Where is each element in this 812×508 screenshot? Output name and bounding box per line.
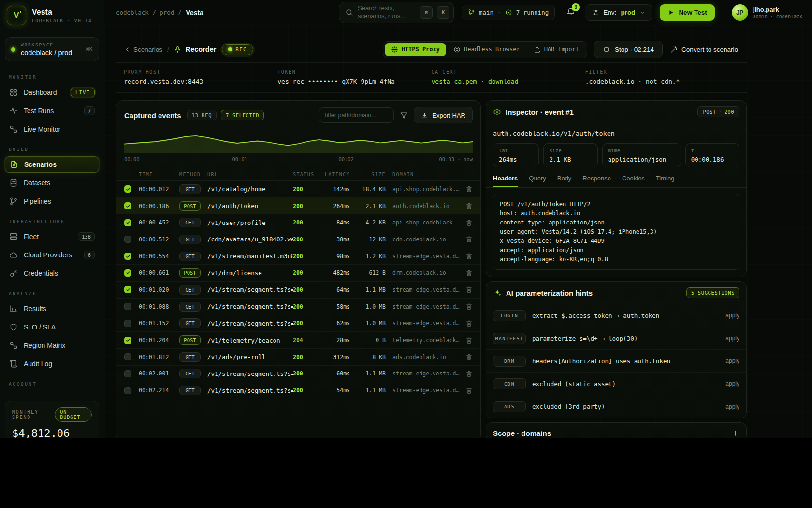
row-checkbox[interactable] [124, 286, 131, 293]
tab-body[interactable]: Body [557, 175, 572, 187]
sidebar-item-cloud-providers[interactable]: Cloud Providers6 [5, 247, 99, 263]
sidebar-item-results[interactable]: Results [5, 300, 99, 317]
event-row[interactable]: 00:02.214GET/v1/stream/segment.ts?s=4200… [116, 382, 480, 399]
vesta-logo[interactable]: V [7, 6, 26, 25]
delete-row-button[interactable] [461, 387, 473, 394]
event-size: 1.0 MB [350, 320, 386, 327]
back-to-scenarios-link[interactable]: Scenarios [124, 46, 162, 53]
delete-row-button[interactable] [461, 337, 473, 344]
delete-row-button[interactable] [461, 353, 473, 360]
sidebar-item-credentials[interactable]: Credentials [5, 265, 99, 282]
breadcrumb-path[interactable]: codeblack / prod / [116, 9, 181, 16]
row-checkbox[interactable] [124, 202, 131, 209]
tab-query[interactable]: Query [529, 175, 546, 187]
nodes-icon [9, 125, 18, 134]
row-checkbox[interactable] [124, 370, 131, 377]
delete-row-button[interactable] [461, 219, 473, 226]
row-checkbox[interactable] [124, 185, 131, 193]
row-checkbox[interactable] [124, 353, 131, 360]
globe-icon [391, 46, 398, 53]
event-row[interactable]: 00:01.020GET/v1/stream/segment.ts?s=0200… [116, 282, 480, 299]
hint-description: excluded (3rd party) [532, 403, 719, 410]
env-label: Env: [603, 9, 616, 16]
proxy-meta-value[interactable]: vesta-ca.pem · download [432, 78, 585, 85]
event-row[interactable]: 00:00.012GET/v1/catalog/home200142ms18.4… [116, 181, 480, 198]
workspace-name: codeblack / prod [21, 49, 72, 57]
workspace-switcher[interactable]: WORKSPACE codeblack / prod ⌘K [5, 37, 99, 61]
filter-input[interactable]: filter path/domain... [319, 107, 394, 123]
sidebar-section-title: ACCOUNT [9, 381, 95, 387]
notifications-button[interactable]: 3 [566, 7, 575, 18]
event-row[interactable]: 00:01.204POST/v1/telemetry/beacon20428ms… [116, 332, 480, 349]
convert-to-scenario-button[interactable]: Convert to scenario [669, 46, 739, 53]
tab-timing[interactable]: Timing [656, 175, 675, 187]
stop-recording-button[interactable]: Stop · 02.214 [594, 41, 663, 58]
event-row[interactable]: 00:01.152GET/v1/stream/segment.ts?s=2200… [116, 315, 480, 332]
ai-hints-title: AI parameterization hints [506, 289, 593, 297]
new-test-button[interactable]: New Test [660, 4, 714, 21]
sidebar-item-audit-log[interactable]: Audit Log [5, 356, 99, 372]
tab-response[interactable]: Response [582, 175, 611, 187]
sidebar-item-dashboard[interactable]: DashboardLIVE [5, 84, 99, 101]
event-row[interactable]: 00:01.812GET/v1/ads/pre-roll200312ms8 KB… [116, 349, 480, 366]
row-checkbox[interactable] [124, 387, 131, 394]
mode-tab-headless-browser[interactable]: Headless Browser [447, 43, 526, 56]
delete-row-button[interactable] [461, 303, 473, 310]
user-menu[interactable]: JP jiho.park admin · codeblack [732, 4, 802, 21]
row-checkbox[interactable] [124, 219, 131, 226]
delete-row-button[interactable] [461, 236, 473, 243]
branch-status-pill[interactable]: main · 7 running [462, 5, 555, 20]
sidebar-item-scenarios[interactable]: Scenarios [5, 156, 99, 173]
apply-hint-button[interactable]: apply [725, 335, 740, 342]
delete-row-button[interactable] [461, 286, 473, 293]
hint-tag-badge: MANIFEST [493, 333, 526, 344]
sidebar-item-region-matrix[interactable]: Region Matrix [5, 337, 99, 354]
event-row[interactable]: 00:01.088GET/v1/stream/segment.ts?s=1200… [116, 299, 480, 315]
apply-hint-button[interactable]: apply [725, 358, 740, 364]
row-checkbox[interactable] [124, 337, 131, 344]
event-row[interactable]: 00:00.452GET/v1/user/profile20084ms4.2 K… [116, 214, 480, 231]
sidebar-item-live-monitor[interactable]: Live Monitor [5, 121, 99, 137]
tab-headers[interactable]: Headers [493, 175, 518, 187]
event-time: 00:02.001 [139, 370, 179, 377]
sidebar-item-datasets[interactable]: Datasets [5, 175, 99, 191]
sidebar-item-pipelines[interactable]: Pipelines [5, 193, 99, 209]
row-checkbox[interactable] [124, 253, 131, 260]
mode-tab-https-proxy[interactable]: HTTPS Proxy [385, 43, 446, 56]
event-row[interactable]: 00:00.512GET/cdn/avatars/u_918402.webp20… [116, 231, 480, 248]
scope-header: Scope · domains [493, 423, 740, 438]
apply-hint-button[interactable]: apply [725, 403, 740, 410]
add-domain-button[interactable] [731, 429, 740, 437]
apply-hint-button[interactable]: apply [725, 380, 740, 387]
apply-hint-button[interactable]: apply [725, 312, 740, 319]
header-line: content-type: application/json [500, 218, 733, 227]
export-har-button[interactable]: Export HAR [414, 107, 473, 123]
row-checkbox[interactable] [124, 320, 131, 327]
event-size: 1.1 MB [350, 286, 386, 293]
search-input[interactable]: Search tests, scenarios, runs... ⌘ K [339, 2, 454, 23]
header-line: host: auth.codeblack.io [500, 209, 733, 218]
delete-row-button[interactable] [461, 253, 473, 260]
user-name: jiho.park [753, 6, 802, 13]
delete-row-button[interactable] [461, 370, 473, 377]
delete-row-button[interactable] [461, 269, 473, 277]
event-row[interactable]: 00:00.661POST/v1/drm/license200482ms612 … [116, 265, 480, 282]
row-checkbox[interactable] [124, 269, 131, 277]
delete-row-button[interactable] [461, 320, 473, 327]
sidebar-item-test-runs[interactable]: Test Runs7 [5, 103, 99, 119]
row-checkbox[interactable] [124, 303, 131, 310]
event-row[interactable]: 00:02.001GET/v1/stream/segment.ts?s=3200… [116, 366, 480, 383]
column-header-latency: LATENCY [316, 172, 350, 177]
sidebar-item-slo-sla[interactable]: SLO / SLA [5, 319, 99, 335]
trash-icon [465, 219, 473, 226]
row-checkbox[interactable] [124, 236, 131, 243]
tab-cookies[interactable]: Cookies [622, 175, 645, 187]
event-row[interactable]: 00:00.186POST/v1/auth/token200264ms2.1 K… [116, 198, 480, 215]
env-selector[interactable]: Env: prod [585, 4, 652, 21]
filter-funnel-button[interactable] [400, 111, 408, 120]
mode-tab-har-import[interactable]: HAR Import [527, 43, 585, 56]
sidebar-item-fleet[interactable]: Fleet138 [5, 228, 99, 245]
delete-row-button[interactable] [461, 202, 473, 209]
event-row[interactable]: 00:00.554GET/v1/stream/manifest.m3u82009… [116, 248, 480, 265]
delete-row-button[interactable] [461, 185, 473, 193]
